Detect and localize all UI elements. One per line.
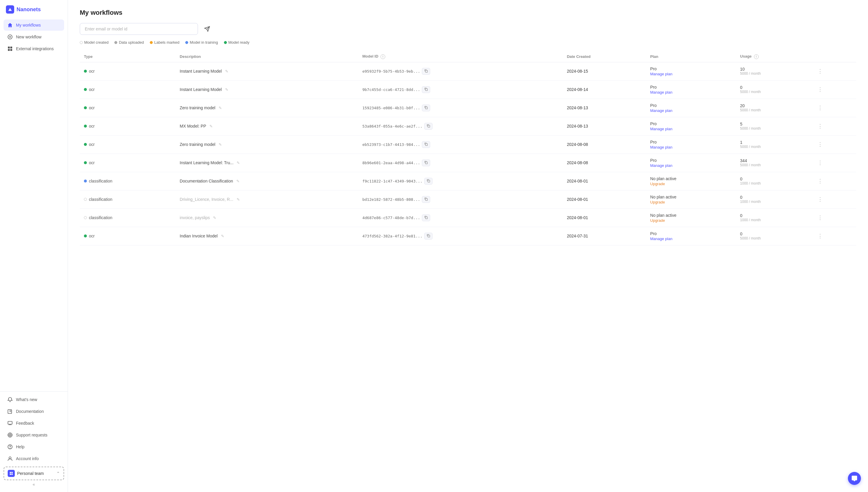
model-id-text-2: 15923485-e086-4b31-b0f... <box>362 106 420 110</box>
personal-team-box[interactable]: Personal team ⌃ <box>3 467 64 480</box>
type-label-6: classification <box>89 179 112 183</box>
cell-type-9: ocr <box>80 227 175 245</box>
more-options-button-2[interactable]: ⋮ <box>816 104 825 112</box>
sidebar-item-external-integrations[interactable]: External integrations <box>3 43 64 54</box>
sidebar-item-support-requests[interactable]: Support requests <box>3 429 64 441</box>
edit-description-button-7[interactable]: ✎ <box>235 197 241 202</box>
more-options-button-8[interactable]: ⋮ <box>816 214 825 221</box>
manage-plan-link-3[interactable]: Manage plan <box>650 127 732 131</box>
usage-info-icon[interactable]: i <box>754 54 759 59</box>
manage-plan-link-1[interactable]: Manage plan <box>650 90 732 95</box>
table-row: ocr MX Model: PP ✎ 53a8643f-055a-4e6c-ae… <box>80 117 856 135</box>
plan-name-3: Pro <box>650 121 657 126</box>
cell-model-id-9: 473fd562-382a-4f12-9e81... <box>358 227 562 245</box>
sidebar-logo[interactable]: Nanonets <box>0 0 68 17</box>
usage-count-7: 0 <box>740 195 743 200</box>
date-text-2: 2024-08-13 <box>567 105 588 110</box>
edit-description-button-6[interactable]: ✎ <box>235 178 241 184</box>
chat-bubble[interactable] <box>848 472 861 485</box>
cell-model-id-7: bd12e182-5872-48b5-808... <box>358 190 562 208</box>
copy-model-id-button-6[interactable] <box>424 178 433 184</box>
edit-description-button-4[interactable]: ✎ <box>217 142 223 147</box>
usage-count-2: 20 <box>740 103 745 108</box>
cell-description-6: Documentation Classification ✎ <box>175 172 358 190</box>
edit-description-button-2[interactable]: ✎ <box>217 105 223 111</box>
sidebar-item-whats-new[interactable]: What's new <box>3 394 64 405</box>
app-name: Nanonets <box>17 6 41 13</box>
edit-description-button-9[interactable]: ✎ <box>219 233 226 239</box>
copy-model-id-button-4[interactable] <box>422 141 430 148</box>
copy-model-id-button-9[interactable] <box>424 233 433 240</box>
copy-model-id-button-7[interactable] <box>422 196 430 203</box>
usage-count-1: 0 <box>740 85 743 90</box>
more-options-button-0[interactable]: ⋮ <box>816 67 825 75</box>
chevron-up-icon: ⌃ <box>56 471 60 476</box>
sidebar-item-account-info[interactable]: Account info <box>3 453 64 464</box>
copy-model-id-button-1[interactable] <box>422 86 430 93</box>
edit-description-button-8[interactable]: ✎ <box>212 215 218 221</box>
sidebar-item-new-workflow[interactable]: New workflow <box>3 31 64 43</box>
type-label-5: ocr <box>89 161 95 165</box>
more-options-button-9[interactable]: ⋮ <box>816 232 825 240</box>
copy-model-id-button-2[interactable] <box>422 104 430 111</box>
table-row: ocr Instant Learning Model ✎ 9b7c455d-cc… <box>80 80 856 99</box>
upgrade-link-8[interactable]: Upgrade <box>650 218 732 223</box>
cell-plan-5: Pro Manage plan <box>646 153 736 172</box>
status-dot-8 <box>84 216 87 219</box>
more-options-button-7[interactable]: ⋮ <box>816 196 825 203</box>
more-options-button-6[interactable]: ⋮ <box>816 177 825 185</box>
plan-name-0: Pro <box>650 67 657 71</box>
manage-plan-link-0[interactable]: Manage plan <box>650 72 732 76</box>
cell-plan-3: Pro Manage plan <box>646 117 736 135</box>
cell-description-8: invoice, payslips ✎ <box>175 208 358 227</box>
sidebar-item-documentation[interactable]: Documentation <box>3 406 64 417</box>
collapse-sidebar-button[interactable]: « <box>3 480 64 489</box>
manage-plan-link-9[interactable]: Manage plan <box>650 237 732 241</box>
sidebar-item-feedback[interactable]: Feedback <box>3 418 64 429</box>
sidebar-item-my-workflows[interactable]: My workflows <box>3 20 64 31</box>
table-row: classification invoice, payslips ✎ 4d687… <box>80 208 856 227</box>
more-options-button-5[interactable]: ⋮ <box>816 159 825 167</box>
usage-count-4: 1 <box>740 140 743 145</box>
more-options-button-1[interactable]: ⋮ <box>816 85 825 93</box>
cell-more-5: ⋮ <box>812 153 856 172</box>
model-id-text-4: eb523973-c1b7-4413-984... <box>362 142 420 147</box>
usage-limit-1: 5000 / month <box>740 90 807 94</box>
model-id-text-9: 473fd562-382a-4f12-9e81... <box>362 234 423 238</box>
col-description: Description <box>175 51 358 62</box>
search-button[interactable] <box>201 23 213 34</box>
model-id-info-icon[interactable]: i <box>381 54 385 59</box>
sidebar-bottom-nav: What's new Documentation Feedback Suppor… <box>0 391 68 492</box>
copy-model-id-button-3[interactable] <box>424 123 433 130</box>
edit-description-button-3[interactable]: ✎ <box>208 123 214 129</box>
edit-description-button-0[interactable]: ✎ <box>224 69 230 74</box>
type-label-3: ocr <box>89 124 95 128</box>
upgrade-link-7[interactable]: Upgrade <box>650 200 732 204</box>
copy-model-id-button-5[interactable] <box>422 159 430 166</box>
cell-model-id-6: f9c11822-1c47-4349-9043... <box>358 172 562 190</box>
help-icon <box>7 444 13 450</box>
cell-date-2: 2024-08-13 <box>563 99 646 117</box>
main-content: My workflows Model created Data uploaded… <box>68 0 868 492</box>
date-text-9: 2024-07-31 <box>567 233 588 238</box>
cell-model-id-8: 4d687e86-c577-48de-b7d... <box>358 208 562 227</box>
cell-plan-6: No plan active Upgrade <box>646 172 736 190</box>
description-text-6: Documentation Classification <box>179 179 233 183</box>
legend-model-ready: Model ready <box>224 40 250 45</box>
manage-plan-link-2[interactable]: Manage plan <box>650 108 732 113</box>
more-options-button-4[interactable]: ⋮ <box>816 141 825 148</box>
manage-plan-link-4[interactable]: Manage plan <box>650 145 732 149</box>
sidebar-item-help[interactable]: Help <box>3 441 64 452</box>
edit-description-button-5[interactable]: ✎ <box>235 160 241 166</box>
svg-rect-26 <box>428 125 430 127</box>
edit-description-button-1[interactable]: ✎ <box>224 87 230 93</box>
cell-more-1: ⋮ <box>812 80 856 99</box>
copy-model-id-button-0[interactable] <box>422 68 430 75</box>
more-options-button-3[interactable]: ⋮ <box>816 122 825 130</box>
usage-limit-8: 1000 / month <box>740 218 807 222</box>
upgrade-link-6[interactable]: Upgrade <box>650 181 732 186</box>
copy-model-id-button-8[interactable] <box>422 214 430 221</box>
manage-plan-link-5[interactable]: Manage plan <box>650 163 732 168</box>
search-input[interactable] <box>80 23 198 35</box>
legend-dot-grey <box>114 41 117 44</box>
